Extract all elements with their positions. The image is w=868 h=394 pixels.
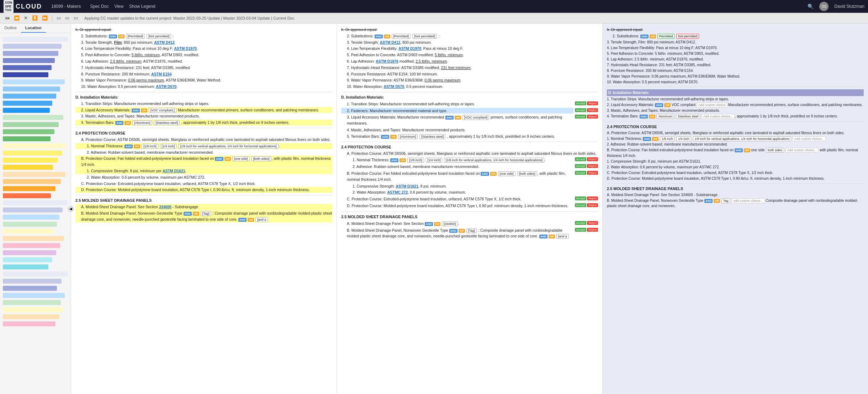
col2-transition: 1. Transition Strips: Manufacturer recom… — [341, 101, 573, 107]
reject-btn-msdp-b[interactable]: Reject — [587, 228, 598, 232]
search-icon[interactable]: 🔍 — [808, 4, 814, 9]
col3-divider1 — [607, 87, 864, 87]
col2-pc-b: B. Protection Course: Fan folded extrude… — [341, 170, 573, 183]
accept-btn-pc-a1[interactable]: Accept — [575, 157, 586, 161]
toolbar-copy1-btn[interactable]: ▭ — [55, 15, 62, 21]
accept-btn-pc-a2[interactable]: Accept — [575, 164, 586, 168]
accept-btn-liquid[interactable]: Accept — [575, 115, 586, 119]
accept-btn-msdp-a[interactable]: Accept — [575, 221, 586, 225]
doc-column-3: h. Or approved equal: 2. Substitutions: … — [603, 23, 868, 394]
col2-scroll[interactable]: h. Or approved equal: 2. Substitutions: … — [341, 26, 598, 391]
col2-pc-b-btns: Accept Reject — [575, 170, 598, 175]
col1-water-vapor: 9. Water Vapor Permeance: 0.06 perms max… — [75, 77, 332, 83]
top-navigation: CON SPE TUS CLOUD 18099 - Makers Spec Do… — [0, 0, 868, 13]
toolbar: ⏮ ⏪ ✕ ⏬ ⏩ ▭ ▭ ▭ Applying CC master updat… — [0, 13, 868, 23]
col1-or-approved: h. Or approved equal: — [75, 27, 332, 33]
col3-pc-b1: 1. Compressive Strength: 8 psi, minimum … — [607, 159, 864, 164]
toolbar-down-btn[interactable]: ⏬ — [31, 15, 39, 21]
col1-section25: 2.5 MOLDED SHEET DRAINAGE PANELS — [75, 198, 332, 203]
col2-water-vapor: 9. Water Vapor Permeance: ASTM E96/E96M;… — [341, 77, 598, 83]
toolbar-prev-btn[interactable]: ⏪ — [12, 15, 21, 21]
col3-lap: 6. Lap Adhesion: 2.5 lbf/in. minimum; AS… — [607, 57, 864, 62]
add-custom-choice-sides[interactable]: Add custom choice... — [785, 148, 819, 153]
col3-pc-b: B. Protection Course: Fan folded extrude… — [607, 147, 864, 158]
col1-puncture: 8. Puncture Resistance: 200 lbf minimum;… — [75, 71, 332, 77]
logo-box: CON SPE TUS — [4, 0, 14, 13]
col2-tensile: 3. Tensile Strength; ASTM D412, 800 psi … — [341, 40, 598, 46]
project-name: 18099 - Makers — [51, 4, 81, 9]
accept-btn-pc-b[interactable]: Accept — [575, 171, 586, 175]
reject-btn-pc-d[interactable]: Reject — [587, 203, 598, 207]
col1-water-absorption: 10. Water Absorption: 0.5 percent maximu… — [75, 84, 332, 90]
tab-location[interactable]: Location — [21, 23, 46, 33]
toolbar-copy3-btn[interactable]: ▭ — [72, 15, 79, 21]
col1-low-temp: 4. Low-Temperature Flexibility: Pass at … — [75, 46, 332, 52]
col3-scroll[interactable]: h. Or approved equal: 2. Substitutions: … — [607, 26, 864, 391]
reject-btn-fasteners[interactable]: Reject — [587, 108, 598, 112]
col1-sub-line: 2. Substitutions: AND OR [Permitted] [No… — [75, 33, 332, 39]
col1-section24: 2.4 PROTECTION COURSE — [75, 131, 332, 135]
add-custom-choice-thickness[interactable]: Add custom choice... — [793, 136, 826, 141]
col1-msdp-a: A. Molded-Sheet Drainage Panel: See Sect… — [75, 204, 332, 210]
toolbar-first-btn[interactable]: ⏮ — [4, 15, 11, 21]
nav-spec-doc[interactable]: Spec Doc — [90, 4, 108, 9]
col2-installation-header: D. Installation Materials: — [341, 94, 598, 100]
nav-show-legend[interactable]: Show Legend — [129, 4, 155, 9]
col3-section25: 2.5 MOLDED SHEET DRAINAGE PANELS — [607, 187, 864, 191]
col2-msdp-b-btns: Accept Reject — [575, 227, 598, 232]
col1-scroll[interactable]: h. Or approved equal: 2. Substitutions: … — [75, 26, 332, 391]
col1-divider2 — [75, 128, 332, 128]
col3-peel: 5. Peel Adhesion to Concrete: 5 lbf/in. … — [607, 51, 864, 56]
toolbar-close-btn[interactable]: ✕ — [22, 15, 29, 21]
add-custom-choice-termination[interactable]: Add custom choice... — [702, 114, 735, 119]
reject-btn-transition[interactable]: Reject — [587, 101, 598, 105]
accept-btn-msdp-b[interactable]: Accept — [575, 228, 586, 232]
reject-btn-msdp-a[interactable]: Reject — [587, 221, 598, 225]
col2-or-approved: h. Or approved equal: — [341, 27, 598, 33]
col1-divider1 — [75, 92, 332, 92]
content-area: h. Or approved equal: 2. Substitutions: … — [71, 23, 868, 394]
col2-section25: 2.5 MOLDED SHEET DRAINAGE PANELS — [341, 215, 598, 219]
col2-pc-d-btns: Accept Reject — [575, 203, 598, 207]
doc-columns: h. Or approved equal: 2. Substitutions: … — [71, 23, 868, 394]
add-custom-choice-liquid[interactable]: Add custom choice — [697, 103, 727, 107]
avatar: DS — [819, 2, 829, 11]
col3-divider3 — [607, 183, 864, 184]
reject-btn-pc-c[interactable]: Reject — [587, 196, 598, 200]
reject-btn-pc-a1[interactable]: Reject — [587, 157, 598, 161]
col2-divider1 — [341, 92, 598, 92]
add-custom-choice-msdp[interactable]: Add custom choice... — [731, 198, 765, 203]
col2-pc-c: C. Protection Course: Extruded-polystyre… — [341, 196, 573, 202]
reject-btn-pc-a2[interactable]: Reject — [587, 164, 598, 168]
sidebar: Outline Location — [0, 23, 71, 394]
tab-outline[interactable]: Outline — [0, 23, 21, 33]
col3-pc-b2: 2. Water Absorption: 0.6 percent by volu… — [607, 164, 864, 170]
reject-btn-liquid[interactable]: Reject — [587, 115, 598, 119]
toolbar-copy2-btn[interactable]: ▭ — [64, 15, 71, 21]
col3-mastic: 3. Mastic, Adhesives, and Tapes: Manufac… — [607, 108, 864, 113]
col2-hydrostatic: 7. Hydrostatic-Head Resistance: ASTM D33… — [341, 65, 598, 71]
col2-msdp-a: A. Molded-Sheet Drainage Panel: See Sect… — [341, 221, 573, 227]
col2-transition-btns: Accept Reject — [575, 101, 598, 105]
accept-btn-fasteners[interactable]: Accept — [575, 108, 586, 112]
reject-btn-pc-b[interactable]: Reject — [587, 171, 598, 175]
col3-msdp-a: A. Molded-Sheet Drainage Panel: See Sect… — [607, 192, 864, 198]
accept-btn-transition[interactable]: Accept — [575, 101, 586, 105]
col1-transition: 1. Transition Strips: Manufacturer recom… — [75, 101, 332, 107]
accept-btn-pc-d[interactable]: Accept — [575, 203, 586, 207]
sidebar-collapse-button[interactable]: ◀ — [68, 206, 74, 212]
col3-low-temp: 4. Low-Temperature Flexibility: Pass at … — [607, 45, 864, 51]
accept-btn-pc-c[interactable]: Accept — [575, 196, 586, 200]
col3-section24: 2.4 PROTECTION COURSE — [607, 125, 864, 129]
col2-transition-row: 1. Transition Strips: Manufacturer recom… — [341, 101, 598, 107]
col2-pc-a1-row: 1. Nominal Thickness: AND OR [1/8 inch] … — [341, 157, 598, 163]
col2-pc-d-row: D. Protection Course: Molded-polystyrene… — [341, 203, 598, 209]
col2-liquid: 3. Liquid Accessory Materials: Manufactu… — [341, 114, 573, 126]
col1-mastic: 3. Mastic, Adhesives, and Tapes: Manufac… — [75, 113, 332, 119]
toolbar-next-btn[interactable]: ⏩ — [41, 15, 49, 21]
col2-pc-c-row: C. Protection Course: Extruded-polystyre… — [341, 196, 598, 203]
col3-water-vapor: 9. Water Vapor Permeance: 0.06 perms max… — [607, 74, 864, 79]
col3-pc-a1: 1. Nominal Thickness: AND OR 1/8 inch 1/… — [607, 136, 864, 142]
sidebar-tabs: Outline Location — [0, 23, 71, 33]
nav-view[interactable]: View — [114, 4, 123, 9]
